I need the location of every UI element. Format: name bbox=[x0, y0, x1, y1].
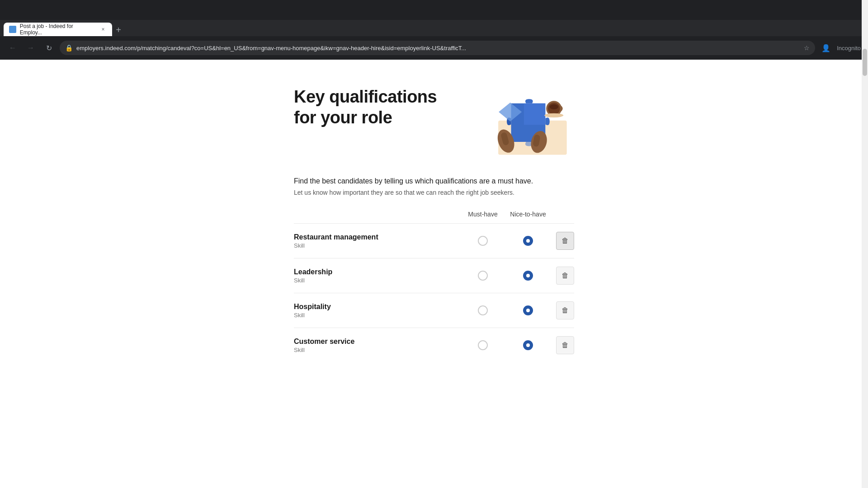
must-have-radio-restaurant[interactable] bbox=[478, 236, 488, 246]
address-bar[interactable]: 🔒 employers.indeed.com/p/matching/candev… bbox=[60, 41, 815, 55]
hero-illustration bbox=[457, 78, 574, 159]
header-labels: Must-have Nice-to-have bbox=[460, 211, 551, 218]
hero-text: Key qualifications for your role bbox=[294, 78, 457, 128]
puzzle-svg bbox=[457, 78, 574, 159]
scrollbar-thumb[interactable] bbox=[863, 49, 867, 76]
qual-type-customer-service: Skill bbox=[294, 347, 460, 353]
main-container: Key qualifications for your role bbox=[276, 78, 592, 362]
tab-close-button[interactable]: × bbox=[99, 26, 107, 33]
delete-button-customer-service[interactable]: 🗑 bbox=[556, 336, 574, 354]
qual-info-hospitality: Hospitality Skill bbox=[294, 303, 460, 319]
trash-icon-restaurant: 🗑 bbox=[561, 237, 569, 245]
qual-radios-hospitality bbox=[460, 305, 551, 315]
qual-info-customer-service: Customer service Skill bbox=[294, 338, 460, 353]
qual-name-restaurant: Restaurant management bbox=[294, 233, 460, 241]
qual-info-restaurant: Restaurant management Skill bbox=[294, 233, 460, 249]
nice-to-have-radio-customer-service[interactable] bbox=[523, 340, 533, 350]
lock-icon: 🔒 bbox=[65, 44, 73, 52]
must-have-radio-hospitality[interactable] bbox=[478, 305, 488, 315]
svg-point-8 bbox=[544, 113, 563, 117]
nice-to-have-radio-hospitality[interactable] bbox=[523, 305, 533, 315]
delete-button-leadership[interactable]: 🗑 bbox=[556, 267, 574, 285]
qualifications-table: Must-have Nice-to-have Restaurant manage… bbox=[294, 211, 574, 362]
forward-button[interactable]: → bbox=[24, 41, 38, 55]
qual-radios-customer-service bbox=[460, 340, 551, 350]
back-button[interactable]: ← bbox=[5, 41, 20, 55]
description-section: Find the best candidates by telling us w… bbox=[294, 177, 574, 196]
address-bar-icons: ☆ bbox=[804, 44, 810, 52]
trash-icon-hospitality: 🗑 bbox=[561, 306, 569, 314]
qual-row-leadership: Leadership Skill 🗑 bbox=[294, 258, 574, 293]
url-text: employers.indeed.com/p/matching/candeval… bbox=[76, 45, 800, 52]
nice-to-have-header: Nice-to-have bbox=[510, 211, 546, 218]
qual-row-restaurant-management: Restaurant management Skill 🗑 bbox=[294, 223, 574, 258]
table-header: Must-have Nice-to-have bbox=[294, 211, 574, 223]
qual-name-customer-service: Customer service bbox=[294, 338, 460, 346]
hero-section: Key qualifications for your role bbox=[294, 78, 574, 159]
browser-right-icons: 👤 Incognito bbox=[819, 41, 863, 55]
qual-row-hospitality: Hospitality Skill 🗑 bbox=[294, 293, 574, 328]
scrollbar-track bbox=[862, 0, 868, 488]
qual-name-hospitality: Hospitality bbox=[294, 303, 460, 311]
browser-chrome bbox=[0, 0, 868, 20]
trash-icon-customer-service: 🗑 bbox=[561, 341, 569, 349]
svg-point-7 bbox=[550, 104, 558, 109]
qual-type-leadership: Skill bbox=[294, 277, 460, 284]
nice-to-have-radio-leadership[interactable] bbox=[523, 271, 533, 281]
qual-row-customer-service: Customer service Skill 🗑 bbox=[294, 328, 574, 362]
nice-to-have-radio-restaurant[interactable] bbox=[523, 236, 533, 246]
delete-button-restaurant[interactable]: 🗑 bbox=[556, 232, 574, 250]
bookmark-icon[interactable]: ☆ bbox=[804, 44, 810, 52]
incognito-label: Incognito bbox=[835, 45, 863, 52]
active-tab[interactable]: Post a job - Indeed for Employ... × bbox=[4, 23, 112, 36]
qual-info-leadership: Leadership Skill bbox=[294, 268, 460, 284]
page-content: Key qualifications for your role bbox=[0, 60, 868, 488]
new-tab-button[interactable]: + bbox=[112, 23, 125, 36]
must-have-radio-leadership[interactable] bbox=[478, 271, 488, 281]
must-have-radio-customer-service[interactable] bbox=[478, 340, 488, 350]
description-sub: Let us know how important they are so th… bbox=[294, 189, 574, 196]
tab-bar: Post a job - Indeed for Employ... × + bbox=[0, 20, 868, 36]
trash-icon-leadership: 🗑 bbox=[561, 272, 569, 280]
tab-favicon bbox=[9, 26, 16, 33]
delete-button-hospitality[interactable]: 🗑 bbox=[556, 301, 574, 319]
qual-name-leadership: Leadership bbox=[294, 268, 460, 276]
qual-type-hospitality: Skill bbox=[294, 312, 460, 319]
must-have-header: Must-have bbox=[465, 211, 501, 218]
page-title: Key qualifications for your role bbox=[294, 87, 457, 128]
description-main: Find the best candidates by telling us w… bbox=[294, 177, 574, 185]
qual-radios-leadership bbox=[460, 271, 551, 281]
qual-type-restaurant: Skill bbox=[294, 242, 460, 249]
qual-radios-restaurant bbox=[460, 236, 551, 246]
tab-title: Post a job - Indeed for Employ... bbox=[20, 23, 96, 36]
address-bar-row: ← → ↻ 🔒 employers.indeed.com/p/matching/… bbox=[0, 36, 868, 60]
profile-button[interactable]: 👤 bbox=[819, 41, 833, 55]
refresh-button[interactable]: ↻ bbox=[42, 41, 56, 55]
